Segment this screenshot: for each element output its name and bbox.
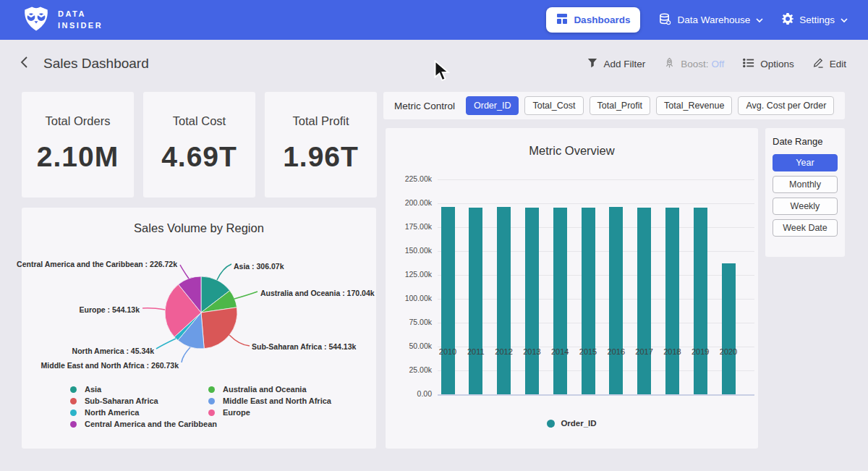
y-axis-tick: 200.00k	[405, 198, 432, 207]
legend-label: North America	[85, 408, 139, 417]
gridline	[438, 394, 754, 396]
metric-chip-total-revenue[interactable]: Total_Revenue	[656, 96, 732, 115]
y-axis-tick: 150.00k	[405, 246, 432, 255]
pie-label-sub-saharan-africa: Sub-Saharan Africa : 544.13k	[252, 342, 356, 351]
boost-status: Off	[711, 59, 724, 69]
bar-2020	[722, 263, 736, 394]
legend-item-north-america: North America	[70, 408, 139, 417]
bar-2013	[525, 208, 539, 394]
metric-chip-avg-cost-per-order[interactable]: Avg. Cost per Order	[738, 96, 834, 115]
x-axis-tick-2012: 2012	[495, 347, 512, 356]
pie-callout-line	[229, 335, 250, 346]
pie-callout-line	[234, 292, 258, 299]
x-axis-tick-2013: 2013	[523, 347, 540, 356]
bar-chart-legend: Order_ID	[386, 419, 758, 428]
pie-label-middle-east-and-north-africa: Middle East and North Africa : 260.73k	[41, 361, 179, 370]
kpi-value: 4.69T	[143, 141, 255, 173]
y-axis-tick: 125.00k	[405, 270, 432, 279]
legend-item-asia: Asia	[70, 385, 101, 394]
kpi-label: Total Profit	[265, 114, 377, 128]
metric-control-bar: Metric Control Order_IDTotal_CostTotal_P…	[383, 92, 845, 119]
kpi-card-total-cost: Total Cost 4.69T	[143, 92, 255, 198]
legend-label: Order_ID	[561, 419, 596, 428]
pie-callout-line	[142, 308, 165, 310]
options-button[interactable]: Options	[743, 58, 794, 70]
edit-button[interactable]: Edit	[813, 57, 846, 70]
legend-dot	[208, 398, 215, 404]
nav-data-warehouse-label: Data Warehouse	[677, 14, 750, 25]
metric-control-label: Metric Control	[394, 101, 455, 111]
legend-label: Central America and the Caribbean	[85, 420, 217, 428]
y-axis-tick: 75.00k	[409, 318, 432, 326]
bar-2019	[694, 208, 707, 394]
y-axis-tick: 175.00k	[405, 222, 432, 231]
bar-2014	[553, 208, 567, 394]
kpi-card-total-orders: Total Orders 2.10M	[22, 92, 134, 198]
legend-dot	[208, 410, 215, 416]
kpi-value: 1.96T	[265, 141, 377, 173]
date-range-year-button[interactable]: Year	[773, 154, 838, 171]
x-axis-tick-2020: 2020	[720, 347, 737, 356]
bar-2010	[441, 207, 455, 394]
gridline	[438, 203, 754, 204]
nav-dashboards-label: Dashboards	[574, 14, 630, 25]
legend-label: Sub-Saharan Africa	[85, 396, 158, 405]
bar-2018	[665, 208, 679, 394]
date-range-week-date-button[interactable]: Week Date	[773, 219, 838, 237]
kpi-card-total-profit: Total Profit 1.96T	[265, 92, 377, 198]
legend-dot	[208, 386, 215, 393]
legend-dot	[70, 421, 77, 428]
filter-funnel-icon	[587, 58, 597, 70]
date-range-label: Date Range	[773, 136, 838, 147]
legend-item-middle-east-and-north-africa: Middle East and North Africa	[208, 396, 331, 405]
legend-item-australia-and-oceania: Australia and Oceania	[208, 385, 307, 394]
x-axis-tick-2014: 2014	[551, 347, 569, 356]
kpi-value: 2.10M	[22, 141, 134, 173]
legend-dot	[70, 410, 77, 416]
legend-item-central-america-and-the-caribbean: Central America and the Caribbean	[70, 420, 217, 428]
legend-label: Australia and Oceania	[223, 385, 307, 394]
chevron-down-icon	[841, 14, 848, 25]
kpi-label: Total Orders	[22, 114, 134, 128]
metric-chip-order-id[interactable]: Order_ID	[466, 96, 519, 115]
metric-chip-group: Order_IDTotal_CostTotal_ProfitTotal_Reve…	[466, 96, 834, 115]
chevron-down-icon	[756, 14, 763, 25]
y-axis-tick: 100.00k	[405, 294, 432, 302]
y-axis-tick: 50.00k	[409, 341, 432, 350]
legend-item-sub-saharan-africa: Sub-Saharan Africa	[70, 396, 158, 405]
legend-dot	[70, 398, 77, 404]
bar-2015	[582, 208, 595, 394]
metric-chip-total-profit[interactable]: Total_Profit	[590, 96, 651, 115]
rocket-icon	[664, 57, 675, 71]
back-button[interactable]	[20, 56, 29, 72]
nav-data-warehouse[interactable]: Data Warehouse	[659, 13, 763, 27]
legend-label: Asia	[85, 385, 101, 394]
pie-callout-line	[182, 347, 190, 362]
add-filter-button[interactable]: Add Filter	[587, 58, 645, 70]
owl-logo-icon	[22, 5, 51, 35]
bar-2017	[637, 208, 651, 394]
pie-label-europe: Europe : 544.13k	[80, 305, 140, 314]
boost-toggle[interactable]: Boost: Off	[664, 57, 724, 71]
date-range-monthly-button[interactable]: Monthly	[773, 176, 838, 193]
date-range-weekly-button[interactable]: Weekly	[773, 198, 838, 215]
pie-callout-line	[156, 339, 176, 349]
nav-settings[interactable]: Settings	[782, 13, 848, 27]
bar-2016	[609, 207, 623, 395]
pie-slice-sub-saharan-africa	[201, 307, 237, 349]
bar-2011	[469, 208, 482, 394]
pencil-icon	[813, 57, 824, 70]
y-axis-tick: 25.00k	[409, 365, 432, 374]
legend-item-europe: Europe	[208, 408, 250, 417]
bar-2012	[497, 207, 511, 395]
x-axis-tick-2017: 2017	[635, 347, 652, 356]
legend-dot	[70, 386, 77, 393]
x-axis-tick-2010: 2010	[439, 347, 456, 356]
metric-chip-total-cost[interactable]: Total_Cost	[524, 96, 583, 115]
dashboard-grid-icon	[556, 13, 568, 27]
date-range-buttons: YearMonthlyWeeklyWeek Date	[773, 154, 838, 237]
y-axis-tick: 0.00	[417, 389, 432, 398]
nav-dashboards-button[interactable]: Dashboards	[546, 7, 640, 33]
x-axis-tick-2016: 2016	[608, 347, 625, 356]
gridline	[438, 179, 754, 180]
